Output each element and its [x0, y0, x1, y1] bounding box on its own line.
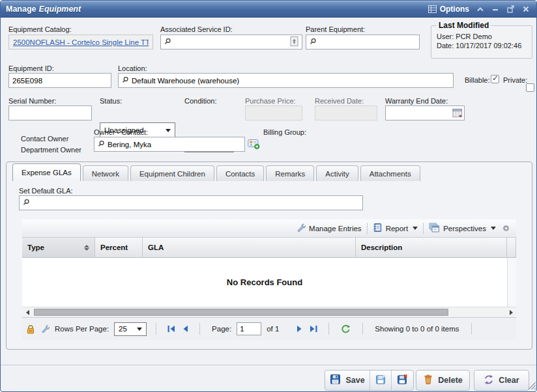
save-icon [330, 374, 341, 387]
serial-number-label: Serial Number: [8, 97, 56, 105]
save-and-close-button[interactable] [392, 371, 413, 390]
tab-network[interactable]: Network [83, 165, 128, 181]
department-owner-label: Department Owner [21, 146, 81, 154]
tab-label: Contacts [225, 170, 255, 178]
tab-label: Expense GLAs [22, 169, 72, 176]
search-icon [164, 38, 171, 46]
column-header-percent[interactable]: Percent [95, 238, 143, 258]
last-modified-date: Date: 10/17/2017 09:02:46 [437, 42, 527, 49]
tab-expense-glas[interactable]: Expense GLAs [12, 163, 81, 181]
save-and-close-icon [397, 374, 408, 387]
associated-service-id-label: Associated Service ID: [160, 25, 233, 33]
tab-activity[interactable]: Activity [316, 165, 358, 181]
last-modified-user: User: PCR Demo [437, 33, 527, 40]
search-icon [122, 76, 129, 85]
footer-separator [471, 323, 472, 335]
chevron-down-icon [413, 227, 418, 230]
save-and-new-button[interactable] [370, 371, 392, 390]
private-label: Private: [503, 76, 527, 84]
tab-remarks[interactable]: Remarks [266, 165, 314, 181]
save-and-new-icon [375, 374, 386, 387]
footer-separator [328, 323, 329, 335]
perspectives-label: Perspectives [443, 225, 486, 232]
billable-checkbox[interactable] [491, 75, 499, 83]
grid-empty-message: No Records Found [22, 258, 507, 307]
chevron-down-icon [491, 227, 496, 230]
collapse-icon[interactable] [476, 6, 484, 13]
contact-owner-label: Contact Owner [21, 135, 68, 143]
options-list-icon [428, 5, 437, 13]
grid-footer: Rows Per Page: 25 Page: of 1 Showing 0 t… [22, 317, 516, 340]
associated-service-id-input[interactable] [174, 38, 287, 46]
location-input[interactable] [132, 77, 450, 85]
column-header-description[interactable]: Description [356, 238, 507, 258]
parent-equipment-input[interactable] [319, 38, 416, 46]
condition-label: Condition: [184, 97, 217, 105]
options-button[interactable]: Options [428, 5, 469, 14]
report-button[interactable]: Report [373, 223, 418, 234]
scrollbar-track[interactable] [33, 307, 506, 317]
expand-icon[interactable] [506, 5, 515, 13]
window-title-emphasis: Equipment [39, 5, 81, 14]
set-default-gla-label: Set Default GLA: [19, 187, 73, 195]
grid-scroll-filler [507, 258, 516, 307]
perspectives-icon [429, 223, 440, 234]
equipment-catalog-link[interactable]: 2500NOFLASH - Cortelco Single Line TT D.… [13, 38, 149, 46]
column-header-filler [507, 238, 516, 258]
add-contact-icon[interactable] [248, 138, 260, 150]
rows-per-page-label: Rows Per Page: [55, 325, 109, 333]
page-of-text: of 1 [267, 325, 279, 333]
owner-contact-input[interactable] [108, 141, 241, 148]
equipment-id-input[interactable] [12, 77, 108, 85]
calendar-icon[interactable] [452, 107, 463, 119]
gear-icon[interactable] [501, 223, 511, 233]
rows-per-page-value: 25 [119, 325, 127, 333]
status-label: Status: [100, 97, 122, 105]
warranty-end-date-input[interactable] [389, 109, 450, 117]
horizontal-scrollbar[interactable] [22, 307, 516, 317]
close-icon[interactable] [522, 6, 530, 13]
footer-separator [156, 323, 156, 335]
save-label: Save [345, 376, 364, 385]
scroll-right-icon[interactable] [506, 307, 516, 317]
set-default-gla-input[interactable] [33, 199, 359, 207]
minimize-icon[interactable] [491, 6, 499, 13]
perspectives-button[interactable]: Perspectives [429, 223, 496, 234]
purchase-price-label: Purchase Price: [245, 97, 296, 105]
column-header-gla[interactable]: GLA [143, 238, 356, 258]
clear-button[interactable]: Clear [474, 370, 529, 391]
page-input[interactable] [237, 322, 261, 335]
scrollbar-thumb[interactable] [34, 309, 448, 316]
first-page-icon[interactable] [167, 325, 176, 333]
service-id-picker-button[interactable] [290, 36, 298, 48]
next-page-icon[interactable] [296, 325, 304, 333]
equipment-catalog-label: Equipment Catalog: [8, 25, 72, 33]
last-page-icon[interactable] [309, 325, 318, 333]
tab-contacts[interactable]: Contacts [216, 165, 264, 181]
equipment-id-field [8, 73, 111, 88]
private-checkbox[interactable] [526, 83, 534, 92]
window-title: ManageEquipment [6, 5, 81, 14]
tab-label: Network [92, 170, 119, 178]
resize-grip[interactable] [526, 380, 536, 392]
wrench-icon[interactable] [40, 324, 50, 333]
wrench-icon [296, 223, 306, 234]
refresh-icon[interactable] [341, 324, 351, 334]
scroll-left-icon[interactable] [22, 307, 33, 317]
tab-equipment-children[interactable]: Equipment Children [130, 165, 214, 181]
previous-page-icon[interactable] [181, 325, 189, 333]
lock-icon[interactable] [26, 324, 35, 334]
delete-button[interactable]: Delete [416, 370, 470, 391]
clear-icon [484, 374, 494, 387]
column-label: Description [361, 244, 402, 251]
associated-service-id-field [160, 35, 302, 49]
serial-number-input[interactable] [12, 109, 88, 117]
manage-entries-button[interactable]: Manage Entries [296, 223, 362, 234]
save-button[interactable]: Save [325, 371, 370, 390]
column-header-type[interactable]: Type [22, 238, 95, 258]
received-date-field [315, 105, 377, 120]
tab-attachments[interactable]: Attachments [360, 165, 420, 181]
equipment-catalog-field: 2500NOFLASH - Cortelco Single Line TT D.… [8, 35, 153, 49]
rows-per-page-select[interactable]: 25 [114, 322, 147, 336]
parent-equipment-field [306, 35, 420, 49]
